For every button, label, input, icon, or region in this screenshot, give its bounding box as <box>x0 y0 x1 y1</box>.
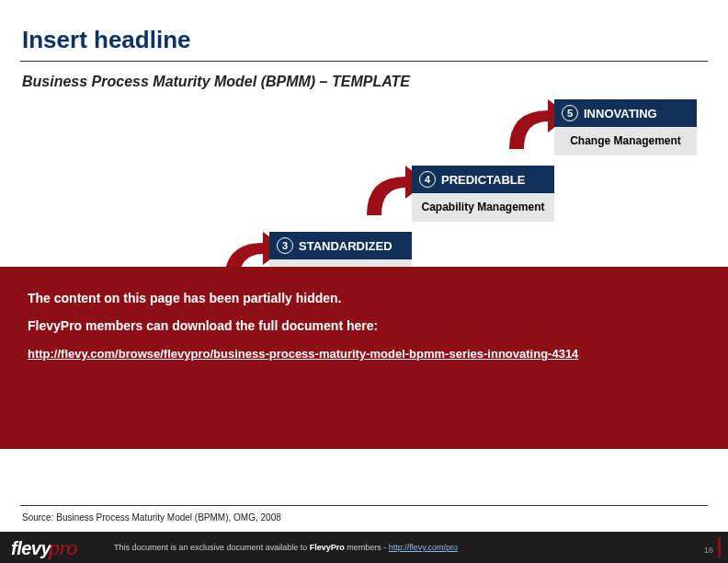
overlay-line2: FlevyPro members can download the full d… <box>28 318 700 333</box>
footer-brand: FlevyPro <box>310 543 345 552</box>
step-body: Change Management <box>554 127 697 155</box>
page-number: 16 <box>704 546 713 555</box>
step-title: INNOVATING <box>584 107 657 121</box>
logo-part-flevy: flevy <box>11 538 51 558</box>
step-4: 4 PREDICTABLE Capability Management <box>412 166 554 222</box>
subtitle: Business Process Maturity Model (BPMM) –… <box>22 74 410 90</box>
overlay-line1: The content on this page has been partia… <box>28 291 700 305</box>
slide: Insert headline Business Process Maturit… <box>0 0 728 563</box>
step-number-badge: 5 <box>562 105 578 121</box>
overlay-link[interactable]: http://flevy.com/browse/flevypro/busines… <box>28 347 578 361</box>
footer-prefix: This document is an exclusive document a… <box>114 543 310 552</box>
footer-bar: flevypro This document is an exclusive d… <box>0 532 728 563</box>
footer-mid: members - <box>345 543 389 552</box>
flevypro-logo: flevypro <box>11 535 77 560</box>
footer-note: This document is an exclusive document a… <box>114 543 458 552</box>
page-title: Insert headline <box>22 26 191 54</box>
step-header: 4 PREDICTABLE <box>412 166 554 193</box>
step-body: Capability Management <box>412 193 554 222</box>
source-text: Source: Business Process Maturity Model … <box>22 512 281 523</box>
hidden-content-overlay: The content on this page has been partia… <box>0 267 728 449</box>
step-number-badge: 4 <box>419 171 436 188</box>
step-title: PREDICTABLE <box>441 173 525 187</box>
step-header: 3 STANDARDIZED <box>269 232 412 259</box>
divider-bottom <box>20 505 708 506</box>
footer-link[interactable]: http://flevy.com/pro <box>389 543 458 552</box>
step-5: 5 INNOVATING Change Management <box>554 99 697 155</box>
step-title: STANDARDIZED <box>299 239 392 253</box>
step-number-badge: 3 <box>277 237 293 254</box>
logo-part-pro: pro <box>49 535 77 559</box>
step-header: 5 INNOVATING <box>554 99 697 127</box>
page-accent <box>718 537 721 557</box>
divider-top <box>20 61 708 62</box>
